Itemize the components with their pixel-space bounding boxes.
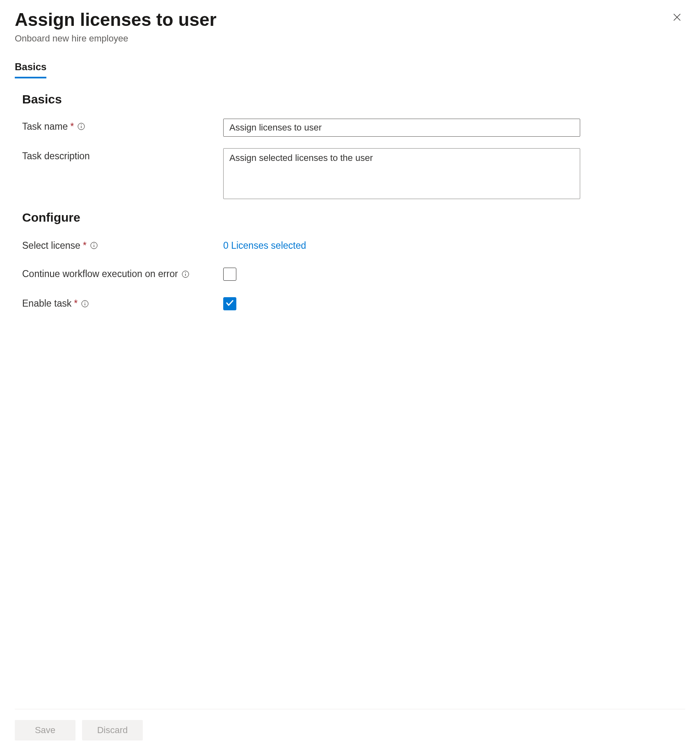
continue-on-error-checkbox[interactable] bbox=[223, 268, 236, 281]
panel-content: Basics Task name * Task description bbox=[15, 78, 685, 709]
continue-on-error-label: Continue workflow execution on error bbox=[22, 268, 223, 280]
task-name-input[interactable] bbox=[223, 119, 580, 137]
configure-section-heading: Configure bbox=[22, 211, 685, 225]
required-indicator: * bbox=[83, 240, 87, 251]
svg-point-7 bbox=[94, 243, 94, 244]
required-indicator: * bbox=[70, 121, 74, 132]
discard-button[interactable]: Discard bbox=[82, 720, 143, 741]
checkmark-icon bbox=[225, 298, 234, 309]
task-description-label: Task description bbox=[22, 148, 223, 162]
select-license-row: Select license * 0 Licenses selected bbox=[22, 240, 685, 251]
licenses-selected-link[interactable]: 0 Licenses selected bbox=[223, 240, 306, 251]
task-name-label: Task name * bbox=[22, 119, 223, 132]
task-name-row: Task name * bbox=[22, 119, 685, 137]
panel-subtitle: Onboard new hire employee bbox=[15, 33, 217, 44]
info-icon[interactable] bbox=[90, 241, 98, 250]
info-icon[interactable] bbox=[181, 270, 190, 278]
svg-point-4 bbox=[81, 124, 82, 125]
basics-section-heading: Basics bbox=[22, 92, 685, 106]
svg-point-10 bbox=[185, 272, 186, 273]
enable-task-label: Enable task * bbox=[22, 298, 223, 309]
panel-footer: Save Discard bbox=[15, 709, 685, 752]
svg-point-13 bbox=[85, 302, 85, 303]
select-license-label: Select license * bbox=[22, 240, 223, 251]
close-icon bbox=[672, 12, 682, 23]
task-description-input[interactable] bbox=[223, 148, 580, 199]
close-button[interactable] bbox=[669, 9, 685, 27]
info-icon[interactable] bbox=[81, 300, 89, 308]
enable-task-row: Enable task * bbox=[22, 297, 685, 310]
enable-task-checkbox[interactable] bbox=[223, 297, 236, 310]
task-description-row: Task description bbox=[22, 148, 685, 199]
continue-on-error-row: Continue workflow execution on error bbox=[22, 268, 685, 281]
required-indicator: * bbox=[74, 298, 78, 309]
tab-basics[interactable]: Basics bbox=[15, 61, 46, 78]
assign-licenses-panel: Assign licenses to user Onboard new hire… bbox=[0, 0, 700, 752]
save-button[interactable]: Save bbox=[15, 720, 75, 741]
header-text-group: Assign licenses to user Onboard new hire… bbox=[15, 9, 217, 44]
panel-title: Assign licenses to user bbox=[15, 9, 217, 31]
panel-header: Assign licenses to user Onboard new hire… bbox=[15, 9, 685, 44]
tabs-bar: Basics bbox=[15, 61, 685, 78]
info-icon[interactable] bbox=[77, 122, 85, 131]
